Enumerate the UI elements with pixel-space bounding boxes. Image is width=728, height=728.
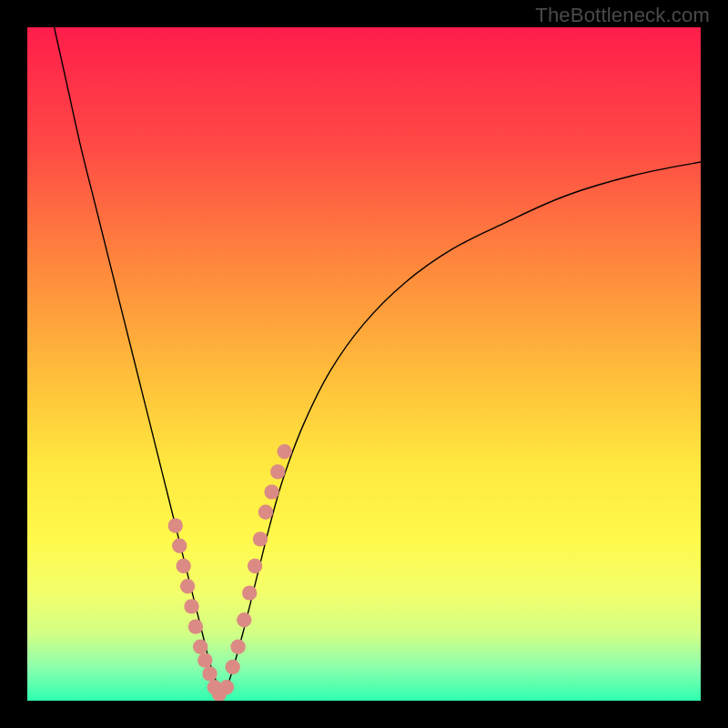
- data-dot: [258, 505, 273, 520]
- data-dot: [270, 464, 285, 479]
- data-dot: [264, 484, 278, 499]
- data-dot: [253, 531, 268, 546]
- data-dot: [248, 559, 262, 573]
- data-dot: [168, 518, 183, 532]
- data-dot: [202, 666, 217, 681]
- data-dot: [219, 680, 234, 694]
- data-dot: [184, 599, 198, 613]
- watermark-text: TheBottleneck.com: [535, 4, 710, 27]
- data-dot: [176, 559, 190, 573]
- data-dot: [242, 585, 257, 600]
- data-dot: [277, 444, 291, 459]
- gradient-background: [27, 27, 701, 701]
- plot-viewport: [27, 27, 701, 701]
- bottleneck-curve-chart: [27, 27, 701, 701]
- data-dot: [237, 612, 251, 627]
- data-dot: [172, 539, 187, 553]
- data-dot: [197, 652, 212, 667]
- data-dot: [226, 660, 240, 674]
- data-dot: [230, 640, 245, 654]
- data-dot: [180, 579, 195, 593]
- chart-frame: TheBottleneck.com: [0, 0, 728, 728]
- data-dot: [193, 640, 207, 654]
- data-dot: [188, 619, 203, 633]
